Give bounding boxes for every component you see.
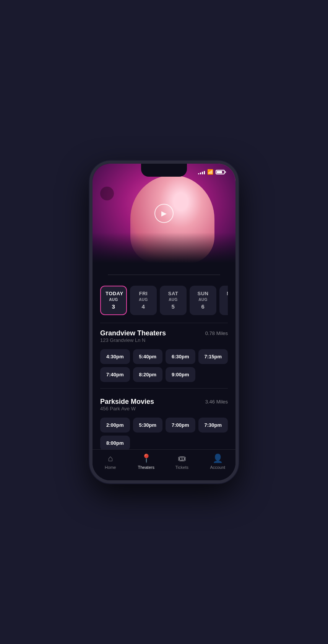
- showtime-button[interactable]: 5:30pm: [133, 418, 163, 433]
- tab-item-home[interactable]: ⌂ Home: [99, 454, 122, 470]
- movie-meta: [100, 275, 228, 286]
- back-button[interactable]: [100, 187, 114, 200]
- tab-label: Home: [105, 465, 116, 470]
- showtime-button[interactable]: 7:00pm: [166, 418, 195, 433]
- tab-icon-tickets: 🎟: [178, 454, 186, 463]
- showtime-button[interactable]: 5:40pm: [133, 349, 163, 364]
- theater-name: Parkside Movies: [100, 398, 154, 406]
- theater-distance: 3.46 Miles: [205, 399, 228, 405]
- wifi-icon: 📶: [207, 169, 213, 175]
- tab-label: Tickets: [175, 465, 188, 470]
- showtime-button[interactable]: 8:00pm: [100, 436, 130, 450]
- phone-shell: 📶 ▶ TODAYAU: [89, 161, 239, 483]
- movie-title: [100, 263, 228, 275]
- tab-bar: ⌂ Home 📍 Theaters 🎟 Tickets 👤 Account: [93, 449, 235, 480]
- hero-overlay: [93, 233, 235, 263]
- theater-divider: [100, 388, 228, 389]
- tab-item-theaters[interactable]: 📍 Theaters: [135, 454, 158, 470]
- content-area: TODAYAUG3FRIAUG4SATAUG5SUNAUG6MONAUG7TUE…: [93, 263, 235, 480]
- tab-label: Theaters: [138, 465, 154, 470]
- showtime-button[interactable]: 9:00pm: [166, 367, 195, 382]
- showtime-button[interactable]: 8:20pm: [133, 367, 163, 382]
- status-icons: 📶: [198, 169, 225, 175]
- showtimes-grid: 2:00pm5:30pm7:00pm7:30pm8:00pm: [100, 418, 228, 450]
- battery-icon: [216, 170, 225, 174]
- tab-icon-home: ⌂: [108, 454, 113, 463]
- showtime-button[interactable]: 2:00pm: [100, 418, 130, 433]
- theater-address: 123 Grandview Ln N: [100, 337, 166, 343]
- section-divider: [100, 323, 228, 323]
- tab-label: Account: [210, 465, 225, 470]
- showtime-button[interactable]: 6:30pm: [166, 349, 195, 364]
- signal-icon: [198, 170, 205, 174]
- date-item[interactable]: SATAUG5: [160, 286, 187, 315]
- date-item[interactable]: TODAYAUG3: [100, 286, 127, 315]
- date-selector: TODAYAUG3FRIAUG4SATAUG5SUNAUG6MONAUG7TUE…: [100, 286, 228, 321]
- play-button[interactable]: ▶: [154, 204, 174, 223]
- date-item[interactable]: SUNAUG6: [190, 286, 216, 315]
- showtime-button[interactable]: 7:15pm: [198, 349, 228, 364]
- showtime-button[interactable]: 4:30pm: [100, 349, 130, 364]
- tab-item-tickets[interactable]: 🎟 Tickets: [170, 454, 193, 470]
- tab-icon-theaters: 📍: [141, 454, 151, 463]
- tab-icon-account: 👤: [213, 454, 223, 463]
- date-item[interactable]: MONAUG7: [219, 286, 228, 315]
- showtime-button[interactable]: 7:30pm: [198, 418, 228, 433]
- theater-section: Grandview Theaters 123 Grandview Ln N 0.…: [100, 329, 228, 398]
- date-item[interactable]: FRIAUG4: [130, 286, 157, 315]
- theater-distance: 0.78 Miles: [205, 330, 228, 336]
- movie-hero-image: ▶: [93, 164, 235, 263]
- tab-item-account[interactable]: 👤 Account: [206, 454, 229, 470]
- status-bar: 📶: [93, 164, 235, 175]
- showtime-button[interactable]: 7:40pm: [100, 367, 130, 382]
- showtimes-grid: 4:30pm5:40pm6:30pm7:15pm7:40pm8:20pm9:00…: [100, 349, 228, 382]
- theater-name: Grandview Theaters: [100, 329, 166, 337]
- theater-address: 456 Park Ave W: [100, 406, 154, 411]
- screen: 📶 ▶ TODAYAU: [93, 164, 235, 480]
